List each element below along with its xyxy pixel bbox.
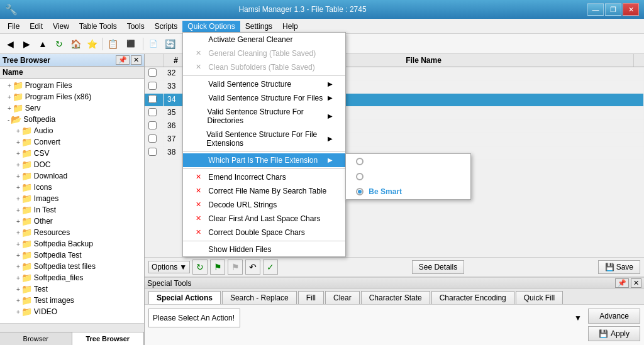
tree-horizontal-scrollbar[interactable] (0, 323, 144, 332)
tree-item-images[interactable]: + 📁 Images (1, 193, 143, 204)
menu-scripts[interactable]: Scripts (150, 21, 183, 32)
tree-item-csv[interactable]: + 📁 CSV (1, 148, 143, 159)
toggle-download[interactable]: + (16, 173, 20, 180)
tb-btn1[interactable]: 📋 (105, 36, 120, 52)
tree-item-in-test[interactable]: + 📁 In Test (1, 204, 143, 216)
qo-activate-general-cleaner[interactable]: Activate General Cleaner (183, 33, 345, 47)
toggle-in-test[interactable]: + (16, 207, 20, 214)
tree-content[interactable]: + 📁 Program Files + 📁 Program Files (x86… (0, 79, 144, 323)
menu-tools[interactable]: Tools (122, 21, 150, 32)
toggle-serv[interactable]: + (8, 105, 11, 112)
tab-search-replace[interactable]: Search - Replace (222, 291, 297, 304)
toggle-icons[interactable]: + (16, 184, 20, 191)
menu-view[interactable]: View (48, 21, 74, 32)
toggle-csv[interactable]: + (16, 150, 20, 157)
tab-clear[interactable]: Clear (325, 291, 360, 304)
tree-close-button[interactable]: ✕ (131, 55, 142, 65)
qo-valid-sentence-files[interactable]: Valid Sentence Structure For Files ▶ (183, 91, 345, 105)
toggle-softpedia-files[interactable]: + (16, 275, 20, 282)
toggle-video[interactable]: + (16, 309, 20, 315)
tree-item-icons[interactable]: + 📁 Icons (1, 182, 143, 193)
qo-correct-double-space[interactable]: ✕ Correct Double Space Chars (183, 226, 345, 239)
cell-check-32[interactable] (145, 67, 164, 80)
restore-button[interactable]: ❐ (605, 3, 621, 16)
tree-item-softpedia-test[interactable]: + 📁 Softpedia Test (1, 249, 143, 261)
tree-item-softpedia-backup[interactable]: + 📁 Softpedia Backup (1, 238, 143, 249)
save-button[interactable]: 💾 Save (598, 260, 640, 274)
special-tools-pin-button[interactable]: 📌 (615, 278, 629, 288)
toggle-test[interactable]: + (16, 286, 20, 293)
toggle-doc[interactable]: + (16, 162, 20, 168)
row-checkbox-32[interactable] (148, 68, 157, 77)
action-dropdown[interactable]: Please Select An Action! (148, 309, 240, 327)
bt-undo[interactable]: ↶ (245, 260, 260, 275)
bt-refresh[interactable]: ↻ (192, 260, 208, 275)
cell-check-33[interactable] (145, 80, 164, 93)
tree-item-softpedia-files[interactable]: + 📁 Softpedia_files (1, 272, 143, 283)
tree-item-other[interactable]: + 📁 Other (1, 216, 143, 227)
menu-help[interactable]: Help (277, 21, 303, 32)
back-button[interactable]: ◀ (3, 36, 18, 52)
tree-item-serv[interactable]: + 📁 Serv (1, 102, 143, 114)
tree-item-program-files-x86[interactable]: + 📁 Program Files (x86) (1, 91, 143, 102)
qo-valid-sentence-ext[interactable]: Valid Sentence Structure For File Extens… (183, 128, 345, 150)
toggle-softpedia-test[interactable]: + (16, 252, 20, 259)
sub-after-last-point[interactable]: After The Last Point (346, 169, 470, 184)
tree-item-program-files[interactable]: + 📁 Program Files (1, 80, 143, 91)
home-button[interactable]: 🏠 (68, 36, 83, 52)
advance-button[interactable]: Advance (588, 309, 640, 324)
row-checkbox-33[interactable] (148, 82, 157, 90)
up-button[interactable]: ▲ (35, 36, 50, 52)
tab-fill[interactable]: Fill (298, 291, 324, 304)
tree-item-doc[interactable]: + 📁 DOC (1, 159, 143, 170)
tree-item-softpedia[interactable]: - 📂 Softpedia (1, 114, 143, 125)
sub-be-smart[interactable]: Be Smart (346, 184, 470, 199)
tree-item-resources[interactable]: + 📁 Resources (1, 227, 143, 238)
bt-flag-yellow[interactable]: ⚑ (228, 260, 243, 275)
tab-character-encoding[interactable]: Character Encoding (431, 291, 514, 304)
tree-item-convert[interactable]: + 📁 Convert (1, 136, 143, 148)
qo-show-hidden[interactable]: Show Hidden Files (183, 243, 345, 256)
cell-check-37[interactable] (145, 133, 164, 146)
qo-valid-sentence-dirs[interactable]: Valid Sentence Structure For Directories… (183, 105, 345, 128)
tree-item-softpedia-test-files[interactable]: + 📁 Softpedia test files (1, 261, 143, 272)
refresh-button[interactable]: ↻ (52, 36, 67, 52)
toggle-softpedia-test-files[interactable]: + (16, 263, 20, 270)
tree-item-audio[interactable]: + 📁 Audio (1, 125, 143, 136)
special-tools-close-button[interactable]: ✕ (631, 278, 641, 288)
toggle-softpedia[interactable]: - (8, 116, 9, 123)
toggle-images[interactable]: + (16, 195, 20, 202)
minimize-button[interactable]: — (587, 3, 604, 16)
star-button[interactable]: ⭐ (84, 36, 99, 52)
cell-check-36[interactable] (145, 120, 164, 133)
tb-btn3[interactable]: 📄 (146, 36, 161, 52)
menu-quick-options[interactable]: Quick Options (182, 21, 240, 32)
qo-valid-sentence[interactable]: Valid Sentence Structure ▶ (183, 77, 345, 91)
qo-decode-url[interactable]: ✕ Decode URL Strings (183, 198, 345, 212)
bt-flag-green[interactable]: ⚑ (210, 260, 225, 275)
tree-item-download[interactable]: + 📁 Download (1, 170, 143, 182)
toggle-test-images[interactable]: + (16, 297, 20, 304)
tab-browser[interactable]: Browser (0, 332, 72, 345)
sub-after-first-point[interactable]: The First Point (346, 154, 470, 169)
see-details-button[interactable]: See Details (412, 260, 464, 274)
qo-which-part-ext[interactable]: Which Part Is The File Extension ▶ The F… (183, 153, 345, 167)
row-checkbox-34[interactable] (148, 95, 157, 103)
apply-button[interactable]: 💾 Apply (588, 326, 640, 341)
bt-check[interactable]: ✓ (263, 260, 278, 275)
toggle-resources[interactable]: + (16, 229, 20, 236)
row-checkbox-38[interactable] (148, 148, 157, 156)
menu-table-tools[interactable]: Table Tools (74, 21, 122, 32)
row-checkbox-37[interactable] (148, 134, 157, 143)
tree-item-test[interactable]: + 📁 Test (1, 283, 143, 295)
menu-edit[interactable]: Edit (25, 21, 48, 32)
toggle-other[interactable]: + (16, 218, 20, 225)
forward-button[interactable]: ▶ (19, 36, 34, 52)
row-checkbox-36[interactable] (148, 121, 157, 129)
row-checkbox-35[interactable] (148, 108, 157, 116)
toggle-program-files[interactable]: + (8, 82, 11, 89)
cell-check-34[interactable] (145, 94, 164, 106)
toggle-program-files-x86[interactable]: + (8, 94, 11, 101)
tree-item-test-images[interactable]: + 📁 Test images (1, 295, 143, 306)
tab-special-actions[interactable]: Special Actions (148, 291, 221, 304)
